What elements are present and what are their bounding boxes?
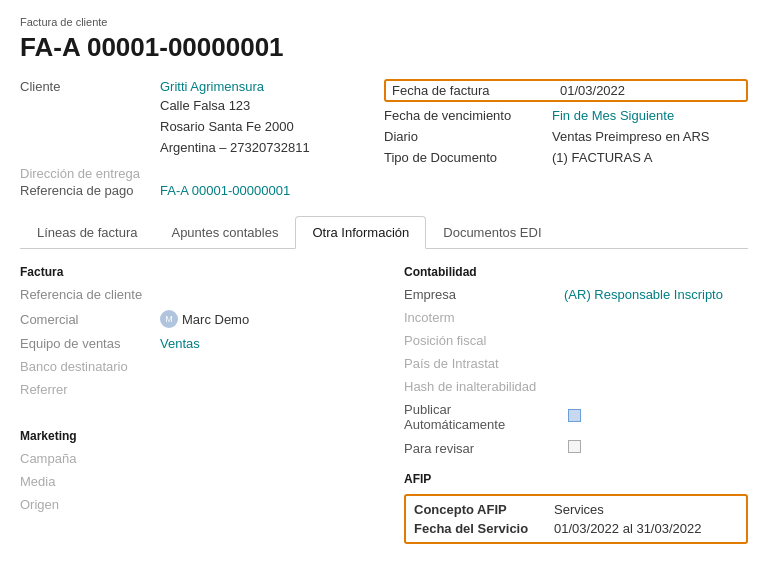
tipo-doc-row: Tipo de Documento (1) FACTURAS A [384, 150, 748, 165]
fecha-factura-label: Fecha de factura [392, 83, 552, 98]
banco-row: Banco destinatario [20, 359, 364, 374]
concepto-afip-label: Concepto AFIP [414, 502, 554, 517]
tab-apuntes[interactable]: Apuntes contables [154, 216, 295, 248]
fecha-factura-box: Fecha de factura 01/03/2022 [384, 79, 748, 102]
equipo-ventas-label: Equipo de ventas [20, 336, 160, 351]
contabilidad-title: Contabilidad [404, 265, 748, 279]
publicar-label: PublicarAutomáticamente [404, 402, 564, 432]
tipo-doc-value: (1) FACTURAS A [552, 150, 652, 165]
client-row: Cliente Gritti Agrimensura [20, 79, 384, 94]
client-info: Cliente Gritti Agrimensura Calle Falsa 1… [20, 79, 384, 200]
comercial-value[interactable]: M Marc Demo [160, 310, 249, 328]
diario-row: Diario Ventas Preimpreso en ARS [384, 129, 748, 144]
delivery-label: Dirección de entrega [20, 166, 160, 181]
posicion-fiscal-row: Posición fiscal [404, 333, 748, 348]
tab-otra[interactable]: Otra Información [295, 216, 426, 249]
para-revisar-label: Para revisar [404, 441, 564, 456]
tab-lineas[interactable]: Líneas de factura [20, 216, 154, 248]
client-label: Cliente [20, 79, 160, 94]
invoice-page: Factura de cliente FA-A 00001-00000001 C… [0, 0, 768, 560]
fecha-vencimiento-label: Fecha de vencimiento [384, 108, 544, 123]
doc-type: Factura de cliente [20, 16, 748, 28]
fecha-factura-value[interactable]: 01/03/2022 [560, 83, 625, 98]
left-content: Factura Referencia de cliente Comercial … [20, 265, 364, 544]
campana-label: Campaña [20, 451, 160, 466]
ref-cliente-row: Referencia de cliente [20, 287, 364, 302]
empresa-value[interactable]: (AR) Responsable Inscripto [564, 287, 723, 302]
incoterm-row: Incoterm [404, 310, 748, 325]
equipo-ventas-row: Equipo de ventas Ventas [20, 336, 364, 351]
pais-intrastat-label: País de Intrastat [404, 356, 564, 371]
incoterm-label: Incoterm [404, 310, 564, 325]
avatar: M [160, 310, 178, 328]
right-header-info: Fecha de factura 01/03/2022 Fecha de ven… [384, 79, 748, 200]
empresa-row: Empresa (AR) Responsable Inscripto [404, 287, 748, 302]
concepto-afip-row: Concepto AFIP Services [414, 502, 738, 517]
payment-ref-value[interactable]: FA-A 00001-00000001 [160, 183, 290, 198]
payment-ref-row: Referencia de pago FA-A 00001-00000001 [20, 183, 384, 198]
afip-section: AFIP Concepto AFIP Services Fecha del Se… [404, 472, 748, 544]
fecha-servicio-value[interactable]: 01/03/2022 al 31/03/2022 [554, 521, 701, 536]
equipo-ventas-value[interactable]: Ventas [160, 336, 200, 351]
fecha-vencimiento-value[interactable]: Fin de Mes Siguiente [552, 108, 674, 123]
comercial-label: Comercial [20, 312, 160, 327]
campana-row: Campaña [20, 451, 364, 466]
ref-cliente-label: Referencia de cliente [20, 287, 160, 302]
header-section: Cliente Gritti Agrimensura Calle Falsa 1… [20, 79, 748, 200]
para-revisar-row: Para revisar [404, 440, 748, 456]
diario-value: Ventas Preimpreso en ARS [552, 129, 710, 144]
referrer-label: Referrer [20, 382, 160, 397]
publicar-row: PublicarAutomáticamente [404, 402, 748, 432]
publicar-checkbox[interactable] [568, 409, 581, 425]
comercial-name: Marc Demo [182, 312, 249, 327]
concepto-afip-value[interactable]: Services [554, 502, 604, 517]
media-label: Media [20, 474, 160, 489]
client-address: Calle Falsa 123 Rosario Santa Fe 2000 Ar… [160, 96, 384, 158]
payment-ref-label: Referencia de pago [20, 183, 160, 198]
marketing-title: Marketing [20, 429, 364, 443]
posicion-fiscal-label: Posición fiscal [404, 333, 564, 348]
para-revisar-checkbox[interactable] [568, 440, 581, 456]
referrer-row: Referrer [20, 382, 364, 397]
right-content: Contabilidad Empresa (AR) Responsable In… [404, 265, 748, 544]
empresa-label: Empresa [404, 287, 564, 302]
hash-row: Hash de inalterabilidad [404, 379, 748, 394]
fecha-servicio-label: Fecha del Servicio [414, 521, 554, 536]
origen-row: Origen [20, 497, 364, 512]
afip-box: Concepto AFIP Services Fecha del Servici… [404, 494, 748, 544]
diario-label: Diario [384, 129, 544, 144]
afip-title: AFIP [404, 472, 748, 486]
content-area: Factura Referencia de cliente Comercial … [20, 265, 748, 544]
pais-intrastat-row: País de Intrastat [404, 356, 748, 371]
factura-section-title: Factura [20, 265, 364, 279]
tabs-bar: Líneas de factura Apuntes contables Otra… [20, 216, 748, 249]
doc-title: FA-A 00001-00000001 [20, 32, 748, 63]
marketing-section: Marketing Campaña Media Origen [20, 429, 364, 512]
media-row: Media [20, 474, 364, 489]
tipo-doc-label: Tipo de Documento [384, 150, 544, 165]
client-name[interactable]: Gritti Agrimensura [160, 79, 264, 94]
fecha-servicio-row: Fecha del Servicio 01/03/2022 al 31/03/2… [414, 521, 738, 536]
delivery-row: Dirección de entrega [20, 166, 384, 181]
tab-edi[interactable]: Documentos EDI [426, 216, 558, 248]
origen-label: Origen [20, 497, 160, 512]
comercial-row: Comercial M Marc Demo [20, 310, 364, 328]
fecha-vencimiento-row: Fecha de vencimiento Fin de Mes Siguient… [384, 108, 748, 123]
banco-label: Banco destinatario [20, 359, 160, 374]
hash-label: Hash de inalterabilidad [404, 379, 564, 394]
